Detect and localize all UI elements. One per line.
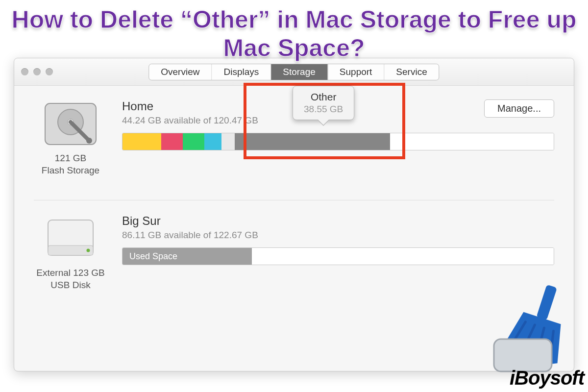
svg-point-3	[86, 138, 92, 144]
drive-caption: External 123 GB USB Disk	[34, 267, 107, 291]
close-icon[interactable]	[21, 68, 28, 75]
svg-rect-7	[536, 285, 557, 320]
drive-capacity: 121 GB	[34, 152, 107, 165]
article-headline: How to Delete “Other” in Mac Storage to …	[0, 6, 588, 62]
external-drive-icon	[41, 214, 100, 263]
drive-title: Big Sur	[122, 214, 554, 228]
drive-row-bigsur: External 123 GB USB Disk Big Sur 86.11 G…	[34, 214, 554, 291]
drive-caption: 121 GB Flash Storage	[34, 152, 107, 176]
storage-segment[interactable]	[161, 133, 183, 150]
drive-capacity: External 123 GB	[34, 267, 107, 279]
storage-segment[interactable]	[235, 133, 390, 150]
drive-availability: 86.11 GB available of 122.67 GB	[122, 230, 554, 241]
tab-displays[interactable]: Displays	[212, 64, 271, 80]
zoom-icon[interactable]	[46, 68, 53, 75]
divider	[34, 200, 554, 200]
svg-rect-5	[48, 245, 93, 255]
cleaner-brush-icon	[490, 281, 588, 374]
internal-drive-icon	[41, 99, 100, 148]
svg-point-6	[87, 249, 90, 252]
drive-row-home: 121 GB Flash Storage Manage... Home 44.2…	[34, 99, 554, 176]
storage-segment[interactable]	[390, 133, 554, 150]
window-titlebar: Overview Displays Storage Support Servic…	[14, 58, 574, 86]
segmented-tabs: Overview Displays Storage Support Servic…	[148, 64, 439, 80]
tooltip-category: Other	[304, 91, 343, 103]
drive-type: USB Disk	[34, 279, 107, 292]
brand-logo: iBoysoft	[510, 367, 584, 389]
storage-segment[interactable]	[122, 133, 161, 150]
tab-support[interactable]: Support	[328, 64, 385, 80]
storage-segment[interactable]	[221, 133, 234, 150]
used-space-segment: Used Space	[122, 248, 252, 265]
minimize-icon[interactable]	[33, 68, 41, 75]
tab-service[interactable]: Service	[384, 64, 439, 80]
storage-segment-tooltip: Other 38.55 GB	[293, 86, 354, 120]
storage-bar[interactable]: Used Space	[122, 247, 554, 265]
tab-storage[interactable]: Storage	[271, 64, 328, 80]
brand-text: iBoysoft	[510, 367, 584, 389]
storage-segment[interactable]	[204, 133, 221, 150]
tab-overview[interactable]: Overview	[149, 64, 212, 80]
traffic-lights	[21, 68, 53, 75]
tooltip-size: 38.55 GB	[304, 104, 343, 115]
storage-bar[interactable]	[122, 133, 554, 150]
storage-segment[interactable]	[183, 133, 204, 150]
manage-button[interactable]: Manage...	[484, 99, 554, 118]
drive-type: Flash Storage	[34, 165, 107, 177]
